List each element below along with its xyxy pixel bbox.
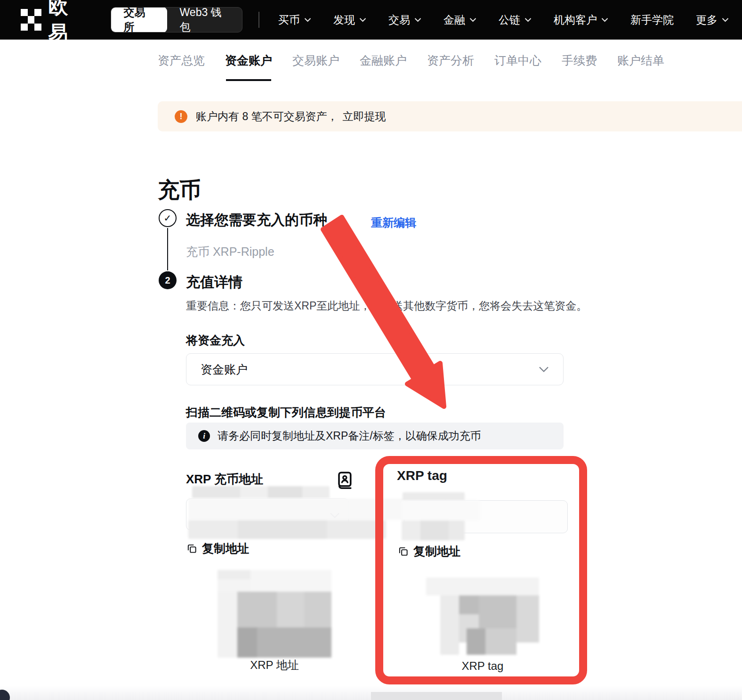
menu-item-label: 更多 bbox=[696, 13, 718, 27]
menu-item-more[interactable]: 更多 bbox=[696, 13, 729, 27]
info-tip-box: i 请务必同时复制地址及XRP备注/标签，以确保成功充币 bbox=[186, 423, 564, 449]
page-title: 充币 bbox=[158, 176, 201, 205]
account-select-value: 资金账户 bbox=[201, 362, 248, 377]
step-connector-line bbox=[167, 228, 168, 270]
menu-item-institutional[interactable]: 机构客户 bbox=[554, 13, 608, 27]
copy-address-label: 复制地址 bbox=[202, 541, 249, 556]
chevron-down-icon bbox=[601, 17, 608, 22]
info-icon: i bbox=[198, 430, 210, 442]
copy-icon bbox=[398, 546, 409, 557]
menu-item-trade[interactable]: 交易 bbox=[388, 13, 421, 27]
redacted-tag-blur bbox=[402, 500, 480, 521]
menu-item-label: 买币 bbox=[278, 13, 300, 27]
okx-deposit-page: 欧易 交易所 Web3 钱包 买币 发现 交易 金融 公链 机构客户 新手学院 … bbox=[0, 0, 742, 700]
main-menu: 买币 发现 交易 金融 公链 机构客户 新手学院 更多 bbox=[278, 13, 729, 27]
withdraw-now-link[interactable]: 立即提现 bbox=[343, 109, 386, 124]
tab-trading-account[interactable]: 交易账户 bbox=[292, 40, 339, 81]
menu-item-label: 公链 bbox=[499, 13, 520, 27]
step1-subtitle: 充币 XRP-Ripple bbox=[186, 244, 274, 260]
copy-tag-label: 复制地址 bbox=[413, 544, 460, 559]
menu-item-label: 交易 bbox=[388, 13, 410, 27]
chevron-down-icon bbox=[359, 17, 366, 22]
account-select[interactable]: 资金账户 bbox=[186, 353, 564, 385]
chevron-down-icon bbox=[414, 17, 421, 22]
menu-item-academy[interactable]: 新手学院 bbox=[630, 13, 674, 27]
step1-title: 选择您需要充入的币种 bbox=[186, 211, 327, 230]
chevron-down-icon bbox=[469, 17, 476, 22]
alert-banner: ! 账户内有 8 笔不可交易资产， 立即提现 bbox=[158, 101, 742, 131]
step2-title: 充值详情 bbox=[186, 273, 242, 292]
assets-tabbar: 资产总览 资金账户 交易账户 金融账户 资产分析 订单中心 手续费 账户结单 bbox=[0, 40, 742, 81]
important-notice: 重要信息：您只可发送XRP至此地址，若发送其他数字货币，您将会失去这笔资金。 bbox=[186, 299, 587, 313]
xrp-address-heading: XRP 充币地址 bbox=[186, 471, 263, 488]
menu-item-label: 金融 bbox=[444, 13, 465, 27]
tab-fees[interactable]: 手续费 bbox=[562, 40, 597, 81]
menu-item-public-chain[interactable]: 公链 bbox=[499, 13, 532, 27]
qr-caption-address: XRP 地址 bbox=[218, 658, 331, 673]
chevron-down-icon bbox=[524, 17, 532, 22]
menu-item-label: 机构客户 bbox=[554, 13, 597, 27]
redacted-address-blur bbox=[188, 520, 386, 539]
redacted-tag-blur bbox=[402, 521, 465, 540]
tab-assets-overview[interactable]: 资产总览 bbox=[158, 40, 205, 81]
info-tip-text: 请务必同时复制地址及XRP备注/标签，以确保成功充币 bbox=[218, 429, 481, 443]
step1-check-icon: ✓ bbox=[159, 209, 177, 227]
menu-item-finance[interactable]: 金融 bbox=[444, 13, 476, 27]
nav-divider bbox=[258, 12, 259, 28]
tab-finance-account[interactable]: 金融账户 bbox=[360, 40, 407, 81]
menu-item-discover[interactable]: 发现 bbox=[333, 13, 366, 27]
toggle-web3-wallet[interactable]: Web3 钱包 bbox=[167, 7, 242, 33]
copy-tag-button[interactable]: 复制地址 bbox=[398, 544, 460, 559]
fund-into-label: 将资金充入 bbox=[186, 333, 245, 348]
warning-icon: ! bbox=[175, 110, 187, 123]
copy-icon bbox=[186, 543, 197, 554]
redacted-address-blur bbox=[192, 486, 330, 498]
qr-code-tag bbox=[426, 578, 539, 655]
chevron-down-icon bbox=[722, 17, 729, 22]
re-edit-link[interactable]: 重新编辑 bbox=[371, 215, 416, 230]
tab-account-statement[interactable]: 账户结单 bbox=[617, 40, 664, 81]
chevron-down-icon bbox=[539, 366, 549, 373]
tab-asset-analysis[interactable]: 资产分析 bbox=[427, 40, 474, 81]
bottom-gray-bar bbox=[371, 692, 502, 700]
menu-item-label: 新手学院 bbox=[630, 13, 674, 27]
xrp-tag-heading: XRP tag bbox=[397, 468, 447, 483]
qr-caption-tag: XRP tag bbox=[426, 659, 539, 673]
toggle-exchange[interactable]: 交易所 bbox=[111, 7, 167, 33]
menu-item-label: 发现 bbox=[333, 13, 355, 27]
tab-funding-account[interactable]: 资金账户 bbox=[225, 40, 272, 81]
menu-item-buy-crypto[interactable]: 买币 bbox=[278, 13, 311, 27]
step2-number-badge: 2 bbox=[159, 271, 177, 289]
address-book-icon[interactable] bbox=[336, 471, 353, 489]
alert-message: 账户内有 8 笔不可交易资产， bbox=[196, 109, 338, 124]
scan-heading: 扫描二维码或复制下列信息到提币平台 bbox=[186, 405, 386, 420]
qr-code-address bbox=[218, 570, 331, 658]
okx-logo-icon bbox=[21, 9, 41, 31]
top-navbar: 欧易 交易所 Web3 钱包 买币 发现 交易 金融 公链 机构客户 新手学院 … bbox=[0, 0, 742, 40]
tab-order-center[interactable]: 订单中心 bbox=[494, 40, 541, 81]
chevron-down-icon bbox=[304, 17, 311, 22]
copy-address-button[interactable]: 复制地址 bbox=[186, 541, 249, 556]
product-toggle: 交易所 Web3 钱包 bbox=[111, 7, 242, 33]
